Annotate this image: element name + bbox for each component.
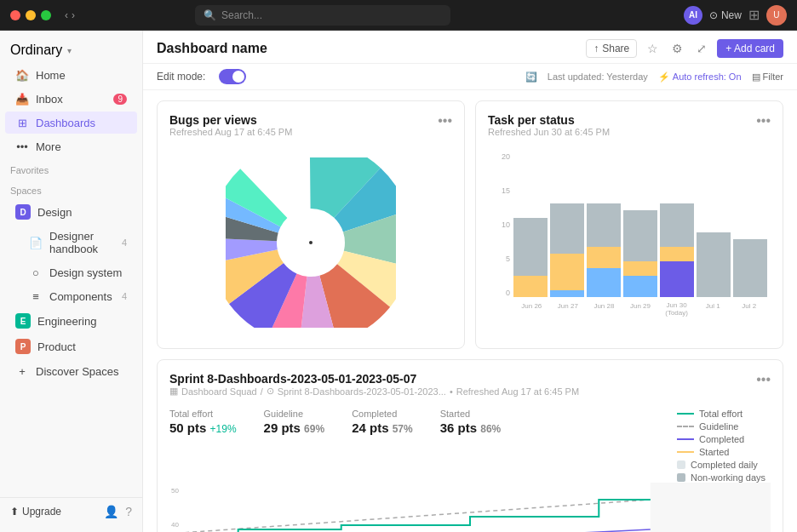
- expand-icon[interactable]: ⤢: [693, 40, 710, 57]
- sprint-breadcrumb: ▦ Dashboard Squad / ⊙ Sprint 8-Dashboard…: [169, 386, 579, 397]
- inbox-badge: 9: [113, 94, 127, 105]
- back-arrow[interactable]: ‹: [65, 9, 68, 21]
- x-label-jun30: Jun 30(Today): [658, 302, 695, 317]
- bar-chart-area: 20 15 10 5 0: [488, 152, 771, 323]
- bugs-card-menu[interactable]: •••: [438, 113, 452, 129]
- workspace-header[interactable]: Ordinary ▾: [0, 37, 142, 63]
- search-bar[interactable]: 🔍 Search...: [195, 5, 450, 26]
- sidebar-item-discover[interactable]: + Discover Spaces: [5, 360, 137, 382]
- settings-icon[interactable]: ⚙: [668, 40, 686, 57]
- legend-label-5: Non-working days: [691, 472, 765, 483]
- plus-icon: +: [15, 364, 29, 378]
- bugs-card-title: Bugs per views: [169, 113, 292, 127]
- metric-extra-1: 69%: [304, 423, 324, 435]
- metric-value-1: 29 pts 69%: [264, 420, 325, 435]
- sidebar-item-designer-handbook[interactable]: 📄 Designer handbook 4: [5, 226, 137, 260]
- legend-nonworking: Non-working days: [677, 472, 771, 483]
- minimize-button[interactable]: [26, 10, 36, 20]
- edit-mode-toggle[interactable]: [219, 69, 246, 84]
- bar-jun28: [587, 152, 621, 297]
- sidebar-item-product[interactable]: P Product: [5, 335, 137, 358]
- new-button[interactable]: ⊙ New: [709, 9, 742, 21]
- inbox-icon: 📥: [15, 92, 29, 106]
- x-labels: Jun 26 Jun 27 Jun 28 Jun 29 Jun 30(Today…: [513, 299, 767, 323]
- doc-icon: 📄: [29, 236, 43, 249]
- sidebar-item-home[interactable]: 🏠 Home: [5, 64, 137, 86]
- auto-refresh-status[interactable]: ⚡ Auto refresh: On: [658, 72, 742, 83]
- user-icon[interactable]: 👤: [104, 505, 118, 518]
- metric-completed: Completed 24 pts 57%: [352, 409, 413, 435]
- sidebar-item-label: Design system: [49, 266, 122, 279]
- sprint-line-chart: 50 40 30: [169, 483, 771, 532]
- legend-color-2: [677, 438, 694, 440]
- x-label-jun27: Jun 27: [550, 302, 587, 310]
- avatar[interactable]: U: [766, 5, 787, 26]
- star-icon[interactable]: ☆: [644, 40, 662, 57]
- engineering-space-icon: E: [15, 313, 31, 329]
- task-card: Task per status Refreshed Jun 30 at 6:45…: [475, 100, 783, 349]
- metric-extra-0: +19%: [210, 423, 237, 435]
- sidebar-bottom-icons: 👤 ?: [104, 505, 132, 518]
- x-label-jun28: Jun 28: [586, 302, 622, 310]
- chart-legend: Total effort Guideline Completed Started: [677, 409, 771, 483]
- sidebar-item-more[interactable]: ••• More: [5, 135, 137, 157]
- legend-label-1: Guideline: [699, 421, 738, 432]
- breadcrumb-item1: Dashboard Squad: [181, 386, 257, 397]
- task-card-menu[interactable]: •••: [756, 113, 771, 129]
- close-button[interactable]: [10, 10, 20, 20]
- legend-completed-daily: Completed daily: [677, 460, 771, 470]
- sidebar-item-design[interactable]: D Design: [5, 200, 137, 224]
- sidebar-item-components[interactable]: ≡ Components 4: [5, 285, 137, 307]
- home-icon: 🏠: [15, 68, 29, 82]
- refresh-icon: 🔄: [525, 72, 537, 83]
- line-chart-area: 50 40 30: [169, 483, 771, 532]
- dashboards-icon: ⊞: [15, 116, 29, 129]
- legend-started: Started: [677, 447, 771, 457]
- search-placeholder: Search...: [221, 9, 262, 21]
- sidebar-item-label: Inbox: [36, 93, 63, 106]
- sidebar-item-label: Designer handbook: [49, 230, 115, 255]
- add-card-button[interactable]: + Add card: [717, 39, 783, 58]
- task-card-title: Task per status: [488, 113, 610, 127]
- design-space-icon: D: [15, 204, 31, 220]
- upgrade-button[interactable]: ⬆ Upgrade: [10, 506, 61, 518]
- y-label-5: 5: [506, 255, 510, 263]
- sidebar-item-label: Home: [36, 69, 66, 82]
- sprint-card-menu[interactable]: •••: [756, 372, 771, 387]
- filter-icon: ▤: [752, 72, 760, 83]
- forward-arrow[interactable]: ›: [72, 9, 75, 21]
- y-label-10: 10: [502, 220, 510, 229]
- sidebar-item-label: Components: [49, 290, 112, 303]
- help-icon[interactable]: ?: [125, 505, 132, 518]
- share-icon: ↑: [593, 43, 599, 54]
- metric-started: Started 36 pts 86%: [440, 409, 502, 435]
- bugs-card-header: Bugs per views Refreshed Aug 17 at 6:45 …: [169, 113, 452, 146]
- filter-button[interactable]: ▤ Filter: [752, 72, 783, 83]
- sprint-refreshed: Refreshed Aug 17 at 6:45 PM: [456, 386, 579, 397]
- workspace-name: Ordinary: [10, 43, 62, 58]
- sidebar-item-inbox[interactable]: 📥 Inbox 9: [5, 88, 137, 110]
- legend-label-4: Completed daily: [691, 460, 758, 470]
- sidebar-item-dashboards[interactable]: ⊞ Dashboards: [5, 112, 137, 134]
- sprint-metrics: Total effort 50 pts +19% Guideline 29 pt…: [169, 409, 501, 435]
- last-updated: Last updated: Yesterday: [548, 72, 648, 82]
- bar-jul2: [733, 152, 767, 297]
- list-icon: ≡: [29, 289, 43, 303]
- x-label-jun29: Jun 29: [622, 302, 659, 310]
- x-label-jul2: Jul 2: [731, 302, 767, 310]
- share-button[interactable]: ↑ Share: [586, 39, 637, 58]
- header-actions: ↑ Share ☆ ⚙ ⤢ + Add card: [586, 39, 783, 58]
- x-label-jul1: Jul 1: [695, 302, 731, 310]
- legend-guideline: Guideline: [677, 421, 771, 432]
- metric-value-2: 24 pts 57%: [352, 420, 413, 435]
- legend-completed: Completed: [677, 434, 771, 444]
- sidebar-item-label: Product: [37, 340, 76, 353]
- legend-color-0: [677, 413, 694, 415]
- sidebar-item-label: More: [36, 140, 61, 153]
- sidebar-item-engineering[interactable]: E Engineering: [5, 309, 137, 333]
- grid-icon[interactable]: ⊞: [748, 7, 760, 23]
- maximize-button[interactable]: [41, 10, 51, 20]
- sidebar-item-design-system[interactable]: ○ Design system: [5, 261, 137, 283]
- legend-color-5: [677, 473, 685, 482]
- nav-arrows: ‹ ›: [65, 9, 75, 21]
